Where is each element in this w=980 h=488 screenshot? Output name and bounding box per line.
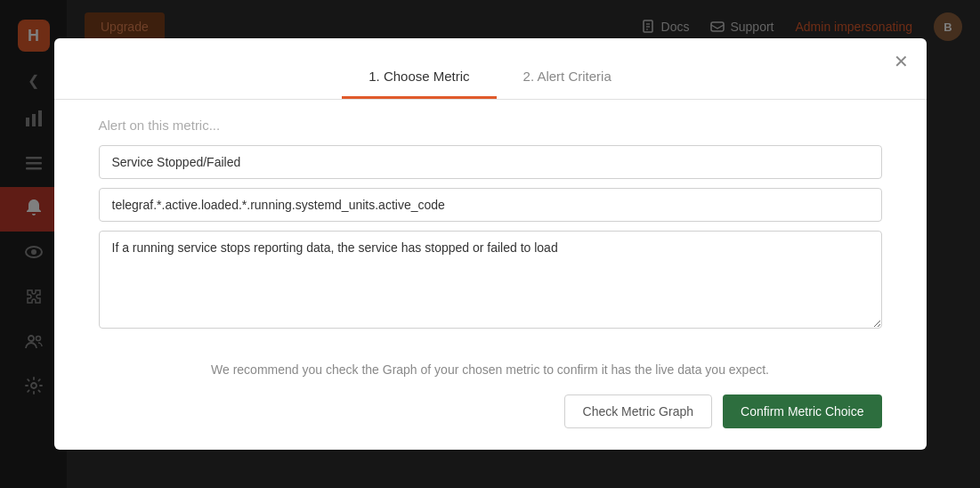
metric-name-input[interactable] [99,145,882,179]
modal-footer: Check Metric Graph Confirm Metric Choice [54,394,927,450]
confirm-metric-choice-button[interactable]: Confirm Metric Choice [723,394,881,428]
modal-divider [54,99,927,100]
tab-choose-metric[interactable]: 1. Choose Metric [342,56,496,99]
recommend-text: We recommend you check the Graph of your… [54,362,927,377]
modal-close-button[interactable]: ✕ [894,53,909,70]
metric-description-textarea[interactable] [99,231,882,329]
modal-header: ✕ 1. Choose Metric 2. Alert Criteria [54,38,927,99]
alert-on-metric-label: Alert on this metric... [99,118,882,133]
modal-body: Alert on this metric... [54,118,927,350]
check-metric-graph-button[interactable]: Check Metric Graph [564,394,712,428]
modal: ✕ 1. Choose Metric 2. Alert Criteria Ale… [54,38,927,450]
modal-tabs: 1. Choose Metric 2. Alert Criteria [81,56,900,99]
metric-path-input[interactable] [99,188,882,222]
tab-alert-criteria[interactable]: 2. Alert Criteria [497,56,638,99]
